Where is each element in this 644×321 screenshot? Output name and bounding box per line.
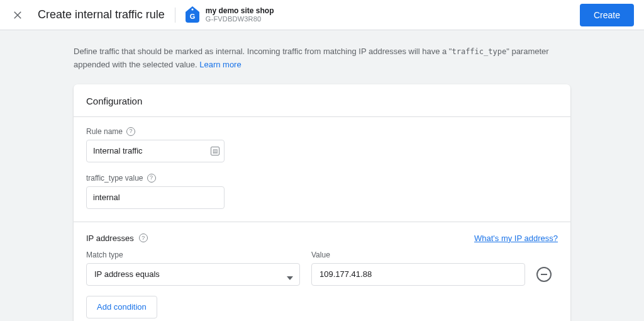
- match-type-label: Match type: [86, 251, 123, 259]
- intro-code: traffic_type: [452, 47, 506, 56]
- ip-section-label: IP addresses: [86, 234, 134, 243]
- minus-icon: [541, 274, 547, 275]
- intro-text: Define traffic that should be marked as …: [74, 45, 570, 72]
- chevron-down-icon: [287, 273, 293, 276]
- intro-part1: Define traffic that should be marked as …: [74, 47, 452, 56]
- help-icon[interactable]: ?: [147, 174, 156, 183]
- card-header: Configuration: [74, 84, 570, 117]
- whats-my-ip-link[interactable]: What's my IP address?: [474, 234, 558, 243]
- page-body: Define traffic that should be marked as …: [0, 30, 644, 321]
- divider: [175, 8, 175, 23]
- traffic-type-field: traffic_type value ?: [86, 174, 558, 209]
- close-icon[interactable]: [10, 8, 25, 23]
- config-card: Configuration Rule name ? ▤ t: [74, 84, 570, 321]
- property-name: my demo site shop: [206, 6, 274, 15]
- rule-name-input[interactable]: [86, 140, 225, 162]
- value-label: Value: [311, 251, 330, 259]
- property-text: my demo site shop G-FVDBDW3R80: [206, 6, 274, 24]
- property-chip[interactable]: G my demo site shop G-FVDBDW3R80: [186, 6, 274, 24]
- add-condition-button[interactable]: Add condition: [86, 296, 157, 318]
- traffic-type-input[interactable]: [86, 186, 225, 209]
- rule-name-field: Rule name ? ▤: [86, 127, 558, 162]
- help-icon[interactable]: ?: [139, 234, 148, 242]
- divider: [74, 222, 570, 222]
- ip-condition-row: Match type IP address equals Value: [86, 251, 558, 286]
- page-title: Create internal traffic rule: [38, 8, 165, 21]
- remove-condition-button[interactable]: [536, 267, 552, 282]
- rule-name-label: Rule name: [86, 127, 123, 136]
- ip-header: IP addresses ? What's my IP address?: [86, 234, 558, 243]
- match-type-select[interactable]: IP address equals: [86, 263, 300, 286]
- top-bar: Create internal traffic rule G my demo s…: [0, 0, 644, 30]
- traffic-type-label: traffic_type value: [86, 174, 143, 183]
- svg-point-2: [191, 9, 193, 11]
- svg-text:G: G: [189, 13, 195, 20]
- ga-tag-icon: G: [186, 6, 199, 23]
- help-icon[interactable]: ?: [126, 127, 135, 136]
- learn-more-link[interactable]: Learn more: [199, 60, 241, 69]
- match-type-selected: IP address equals: [94, 269, 160, 279]
- ip-value-input[interactable]: [311, 263, 525, 286]
- property-id: G-FVDBDW3R80: [206, 15, 274, 23]
- create-button[interactable]: Create: [580, 4, 634, 26]
